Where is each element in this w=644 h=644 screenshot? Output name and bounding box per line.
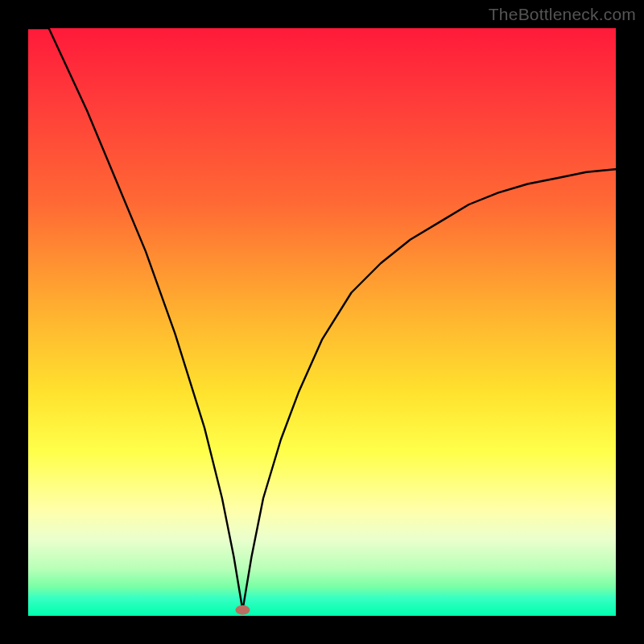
plot-area (28, 28, 616, 616)
bottleneck-curve (28, 28, 616, 616)
watermark-text: TheBottleneck.com (489, 5, 636, 24)
chart-container: TheBottleneck.com (0, 0, 644, 644)
svg-point-0 (235, 605, 250, 615)
